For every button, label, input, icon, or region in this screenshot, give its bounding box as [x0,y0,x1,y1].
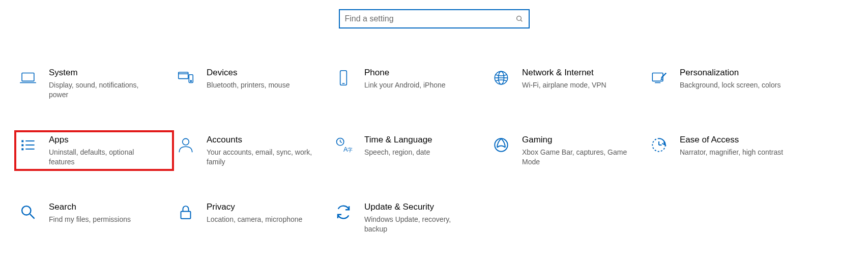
svg-rect-32 [181,211,191,218]
tile-title: Gaming [522,134,629,146]
svg-rect-17 [21,148,23,150]
svg-point-30 [22,206,31,215]
tile-title: Devices [207,67,290,78]
laptop-icon [18,68,38,88]
svg-text:字: 字 [348,147,353,153]
tile-desc: Your accounts, email, sync, work, family [207,148,313,167]
tile-desc: Xbox Game Bar, captures, Game Mode [522,148,629,167]
tile-system[interactable]: System Display, sound, notifications, po… [15,64,173,103]
search-icon [515,15,524,23]
svg-point-0 [516,16,521,21]
tile-desc: Narrator, magnifier, high contrast [680,148,783,157]
tile-desc: Windows Update, recovery, backup [364,215,471,234]
tile-desc: Bluetooth, printers, mouse [207,80,290,90]
tile-title: Personalization [680,67,780,78]
tile-network[interactable]: Network & Internet Wi-Fi, airplane mode,… [488,64,646,103]
tile-accounts[interactable]: Accounts Your accounts, email, sync, wor… [173,131,331,170]
tile-search[interactable]: Search Find my files, permissions [15,198,173,237]
tile-title: Time & Language [364,134,432,146]
tile-gaming[interactable]: Gaming Xbox Game Bar, captures, Game Mod… [488,131,646,170]
tile-title: Accounts [207,134,313,146]
tile-title: Search [49,201,131,213]
svg-line-1 [520,20,522,21]
tile-title: Network & Internet [522,67,606,78]
gaming-icon [491,135,511,155]
svg-point-21 [183,138,189,145]
tile-desc: Wi-Fi, airplane mode, VPN [522,80,606,90]
tile-ease-of-access[interactable]: Ease of Access Narrator, magnifier, high… [646,131,804,170]
svg-rect-4 [179,72,188,79]
phone-icon [334,68,353,88]
tile-title: Phone [364,67,446,78]
svg-line-31 [30,214,35,219]
tile-title: Apps [49,134,156,146]
svg-rect-16 [21,144,23,146]
apps-list-icon [18,135,38,155]
sync-icon [334,202,353,222]
tile-title: Ease of Access [680,134,783,146]
svg-point-7 [190,80,191,81]
devices-icon [176,68,195,88]
tile-title: Update & Security [364,201,471,213]
tile-update-security[interactable]: Update & Security Windows Update, recove… [331,198,488,237]
tile-desc: Location, camera, microphone [207,215,302,224]
search-box[interactable] [339,9,530,28]
personalization-icon [649,68,669,88]
tile-time-language[interactable]: A 字 Time & Language Speech, region, date [331,131,488,170]
tile-desc: Link your Android, iPhone [364,80,446,90]
tile-title: Privacy [207,201,302,213]
tile-apps[interactable]: Apps Uninstall, defaults, optional featu… [15,131,173,170]
magnifier-icon [18,202,38,222]
settings-grid: System Display, sound, notifications, po… [0,64,868,237]
tile-title: System [49,67,156,78]
time-language-icon: A 字 [334,135,353,155]
search-input[interactable] [345,14,511,23]
tile-desc: Find my files, permissions [49,215,131,224]
svg-point-27 [495,138,507,151]
tile-desc: Display, sound, notifications, power [49,80,156,100]
svg-rect-8 [340,71,347,85]
tile-desc: Speech, region, date [364,148,432,157]
person-icon [176,135,195,155]
tile-devices[interactable]: Devices Bluetooth, printers, mouse [173,64,331,103]
tile-privacy[interactable]: Privacy Location, camera, microphone [173,198,331,237]
svg-line-24 [340,142,342,143]
svg-rect-15 [21,140,23,142]
ease-of-access-icon [649,135,669,155]
lock-icon [176,202,195,222]
tile-phone[interactable]: Phone Link your Android, iPhone [331,64,488,103]
tile-personalization[interactable]: Personalization Background, lock screen,… [646,64,804,103]
svg-rect-2 [22,73,34,81]
tile-desc: Uninstall, defaults, optional features [49,148,156,167]
globe-icon [491,68,511,88]
tile-desc: Background, lock screen, colors [680,80,780,90]
